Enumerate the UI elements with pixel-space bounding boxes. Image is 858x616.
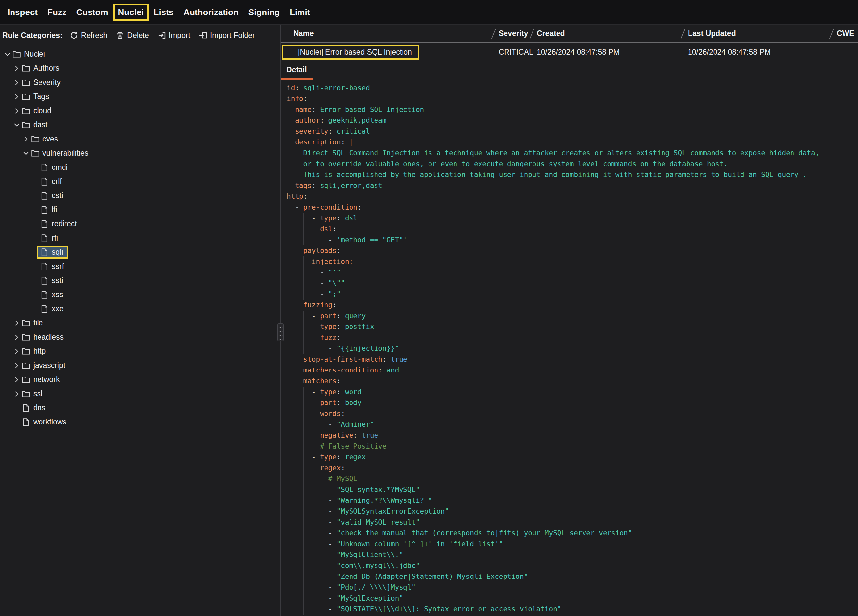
indent-guide	[312, 332, 312, 343]
tree-item-http[interactable]: http	[0, 344, 280, 358]
chevron-down-icon[interactable]	[21, 149, 31, 158]
indent-guide	[312, 278, 312, 289]
tree-item-vulnerabilities[interactable]: vulnerabilities	[0, 146, 280, 160]
folder-icon	[12, 50, 21, 59]
column-header-severity[interactable]: Severity	[499, 29, 537, 38]
tree-item-file[interactable]: file	[0, 316, 280, 330]
code-token: critical	[337, 127, 370, 135]
code-token: type	[320, 388, 337, 396]
chevron-right-icon[interactable]	[12, 319, 22, 327]
indent-guide	[312, 604, 312, 615]
tree-item-ssti[interactable]: ssti	[0, 273, 280, 288]
indent-guide	[295, 321, 295, 332]
chevron-right-icon[interactable]	[12, 107, 22, 115]
code-token: :	[320, 116, 328, 124]
code-line: type: postfix	[287, 321, 858, 332]
chevron-right-icon[interactable]	[12, 333, 22, 341]
tree-node-body: network	[22, 374, 62, 385]
nav-item-custom[interactable]: Custom	[72, 4, 113, 21]
tree-item-rfi[interactable]: rfi	[0, 231, 280, 245]
code-line: severity: critical	[287, 126, 858, 137]
column-header-last-updated[interactable]: Last Updated	[688, 29, 836, 38]
nav-item-fuzz[interactable]: Fuzz	[42, 4, 72, 21]
tree-item-xxe[interactable]: xxe	[0, 302, 280, 316]
content-panel: NameSeverityCreatedLast UpdatedCWE [Nucl…	[281, 25, 858, 616]
chevron-right-icon[interactable]	[12, 93, 22, 101]
tree-item-cloud[interactable]: cloud	[0, 104, 280, 118]
code-line: payloads:	[287, 245, 858, 256]
nav-item-authorization[interactable]: Authorization	[179, 4, 244, 21]
tree-item-csti[interactable]: csti	[0, 189, 280, 203]
tree-item-xss[interactable]: xss	[0, 288, 280, 302]
tree-item-tags[interactable]: Tags	[0, 90, 280, 104]
splitter-handle[interactable]	[277, 323, 284, 341]
tree-item-nuclei[interactable]: Nuclei	[0, 47, 280, 61]
tree-item-network[interactable]: network	[0, 372, 280, 386]
code-token: -	[287, 268, 328, 276]
chevron-down-icon[interactable]	[286, 48, 294, 56]
tree-item-authors[interactable]: Authors	[0, 61, 280, 75]
tree-item-cmdi[interactable]: cmdi	[0, 160, 280, 174]
nav-item-nuclei[interactable]: Nuclei	[113, 4, 149, 21]
file-icon	[40, 290, 49, 299]
nav-item-lists[interactable]: Lists	[149, 4, 179, 21]
selected-rule-highlight[interactable]: [Nuclei] Error based SQL Injection	[282, 45, 419, 60]
code-line: - "MySQLSyntaxErrorException"	[287, 506, 858, 517]
chevron-right-icon[interactable]	[12, 375, 22, 384]
tree-item-dns[interactable]: dns	[0, 401, 280, 415]
code-token	[287, 127, 295, 135]
code-token: payloads	[303, 247, 337, 255]
chevron-right-icon[interactable]	[21, 135, 31, 143]
tree-item-ssl[interactable]: ssl	[0, 386, 280, 401]
chevron-down-icon[interactable]	[12, 121, 22, 129]
column-header-name[interactable]: Name	[281, 29, 499, 38]
code-token: ";"	[328, 290, 340, 298]
toolbar-button-delete[interactable]: Delete	[116, 31, 149, 40]
toolbar-button-refresh[interactable]: Refresh	[70, 31, 107, 40]
code-view[interactable]: id: sqli-error-basedinfo: name: Error ba…	[281, 80, 858, 616]
tree-item-javascript[interactable]: javascript	[0, 358, 280, 372]
chevron-right-icon[interactable]	[12, 64, 22, 73]
code-token: author	[295, 116, 320, 124]
code-line: - "MySqlException"	[287, 593, 858, 604]
column-header-label: CWE	[836, 29, 854, 37]
indent-guide	[303, 430, 304, 441]
indent-guide	[295, 278, 295, 289]
tree-item-dast[interactable]: dast	[0, 118, 280, 132]
chevron-right-icon[interactable]	[12, 347, 22, 356]
code-line: dsl:	[287, 224, 858, 234]
code-token: stop-at-first-match	[303, 355, 382, 363]
chevron-right-icon[interactable]	[12, 78, 22, 87]
tab-detail[interactable]: Detail	[281, 62, 312, 80]
tree-item-ssrf[interactable]: ssrf	[0, 259, 280, 273]
tree-item-sqli[interactable]: sqli	[0, 245, 280, 259]
indent-guide	[295, 517, 295, 528]
indent-guide	[303, 571, 304, 582]
toolbar-button-import-folder[interactable]: Import Folder	[199, 31, 255, 40]
nav-item-signing[interactable]: Signing	[244, 4, 285, 21]
tree-item-cves[interactable]: cves	[0, 132, 280, 146]
column-header-cwe[interactable]: CWE	[836, 29, 858, 38]
code-token	[287, 258, 312, 265]
tree-item-lfi[interactable]: lfi	[0, 203, 280, 217]
chevron-down-icon[interactable]	[3, 50, 12, 59]
nav-item-inspect[interactable]: Inspect	[3, 4, 42, 21]
chevron-spacer	[30, 290, 40, 299]
indent-guide	[303, 452, 304, 462]
indent-guide	[295, 300, 295, 310]
column-header-created[interactable]: Created	[537, 29, 688, 38]
chevron-right-icon[interactable]	[12, 389, 22, 398]
detail-tabbar: Detail	[281, 62, 858, 80]
toolbar-button-import[interactable]: Import	[158, 31, 190, 40]
indent-guide	[312, 462, 312, 473]
tree-item-severity[interactable]: Severity	[0, 75, 280, 90]
nav-item-limit[interactable]: Limit	[285, 4, 315, 21]
tree-item-workflows[interactable]: workflows	[0, 415, 280, 429]
tree-item-headless[interactable]: headless	[0, 330, 280, 344]
tree-item-label: Severity	[33, 78, 61, 87]
table-row[interactable]: [Nuclei] Error based SQL Injection CRITI…	[281, 43, 858, 62]
tree-item-label: cloud	[33, 106, 51, 115]
tree-item-crlf[interactable]: crlf	[0, 174, 280, 189]
tree-item-redirect[interactable]: redirect	[0, 217, 280, 231]
chevron-right-icon[interactable]	[12, 361, 22, 370]
